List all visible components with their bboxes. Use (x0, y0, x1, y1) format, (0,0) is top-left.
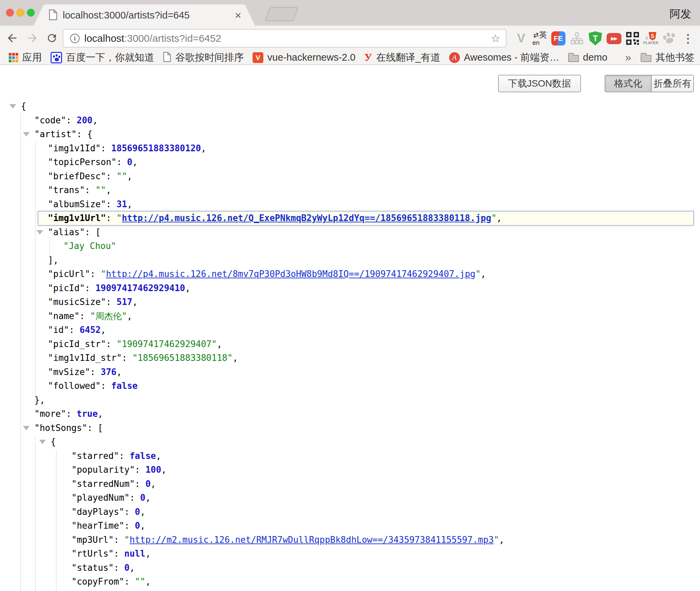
json-value: , (499, 535, 504, 545)
bookmark-star-icon[interactable]: ☆ (491, 32, 500, 45)
forward-icon[interactable] (26, 31, 39, 45)
json-value: "" (95, 185, 106, 195)
json-key: "briefDesc" (48, 171, 106, 181)
back-icon[interactable] (5, 31, 19, 45)
json-line: "musicSize": 517, (0, 295, 700, 309)
json-value: : (114, 535, 124, 545)
youdao-icon: У (364, 51, 372, 64)
json-value: : (106, 297, 116, 307)
collapse-arrow-icon[interactable] (23, 426, 30, 430)
collapse-all-button[interactable]: 折叠所有 (652, 75, 693, 92)
json-line: "more": true, (0, 407, 700, 421)
json-line: "name": "周杰伦", (0, 309, 700, 323)
json-value: : (69, 325, 80, 335)
browser-tab[interactable]: localhost:3000/artists?id=645 × (34, 4, 255, 26)
json-value: " (117, 213, 122, 223)
collapse-arrow-icon[interactable] (39, 440, 46, 444)
vue-icon: V (253, 52, 263, 63)
json-value: , (497, 213, 502, 223)
profile-name[interactable]: 阿发 (670, 7, 691, 22)
json-value: , (92, 115, 98, 125)
menu-icon[interactable]: ⋮ (679, 29, 697, 48)
collapse-arrow-icon[interactable] (9, 104, 16, 108)
json-line: "playedNum": 0, (0, 491, 700, 505)
translate-icon[interactable]: ⇄ 英 en (530, 29, 549, 48)
bookmark-google-sort[interactable]: 谷歌按时间排序 (163, 51, 244, 64)
bookmark-baidu[interactable]: 百度一下，你就知道 (51, 51, 154, 64)
url-text[interactable]: localhost:3000/artists?id=6452 (84, 33, 221, 44)
json-value: , (101, 325, 106, 335)
fe-extension-icon[interactable]: FE (549, 29, 567, 48)
json-value: }, (34, 395, 45, 405)
reload-icon[interactable] (45, 31, 59, 45)
json-line: "picUrl": "http://p4.music.126.net/8mv7q… (0, 267, 700, 281)
json-link[interactable]: http://p4.music.126.net/8mv7qP30Pd3oHW8b… (106, 269, 475, 279)
close-window-button[interactable] (6, 9, 14, 17)
site-info-icon[interactable]: i (70, 34, 80, 43)
json-line: "status": 0, (0, 561, 700, 575)
json-line: "starred": false, (0, 449, 700, 463)
bookmark-awesomes[interactable]: A Awesomes - 前端资… (449, 51, 559, 64)
json-value: , (117, 367, 122, 377)
bookmarks-bar: 应用 百度一下，你就知道 谷歌按时间排序 V vue-hackernews-2.… (0, 51, 700, 65)
page-icon (49, 9, 58, 22)
json-key: "dayPlays" (71, 507, 124, 517)
json-value: : (135, 465, 145, 475)
json-key: "rtUrls" (71, 549, 114, 559)
bookmark-youdao[interactable]: У 在线翻译_有道 (364, 51, 440, 64)
bookmark-demo-folder[interactable]: demo (568, 52, 608, 63)
json-line: "copyFrom": "", (0, 575, 700, 589)
fast-forward-icon[interactable]: ▶▶ (605, 29, 623, 48)
json-value: "" (135, 577, 145, 587)
json-line: "popularity": 100, (0, 463, 700, 477)
minimize-window-button[interactable] (17, 9, 24, 17)
qr-code-icon[interactable] (623, 29, 642, 48)
address-bar[interactable]: i localhost:3000/artists?id=6452 ☆ (63, 29, 506, 48)
bookmark-vue-hackernews[interactable]: V vue-hackernews-2.0 (253, 52, 355, 63)
json-line: "followed": false (0, 379, 700, 393)
paw-icon[interactable] (660, 29, 679, 48)
json-key: "musicSize" (48, 297, 106, 307)
json-value: : (129, 493, 140, 503)
collapse-arrow-icon[interactable] (36, 230, 43, 235)
json-value: : (66, 115, 77, 125)
json-value: , (161, 465, 167, 475)
bookmarks-overflow-icon[interactable]: » (625, 51, 631, 64)
json-key: "playedNum" (71, 493, 129, 503)
json-line: "artist": { (0, 127, 700, 142)
json-value: " (491, 213, 497, 223)
shield-extension-icon[interactable]: T (586, 29, 605, 48)
maximize-window-button[interactable] (27, 9, 35, 17)
bookmark-apps[interactable]: 应用 (9, 51, 42, 64)
vue-devtools-icon[interactable]: V (512, 29, 530, 48)
json-value: , (201, 143, 206, 153)
json-value: : (90, 367, 100, 377)
json-line: { (0, 99, 700, 114)
json-value: { (51, 437, 56, 447)
json-line: "albumSize": 31, (0, 197, 700, 212)
apps-grid-icon (9, 53, 18, 62)
json-link[interactable]: http://m2.music.126.net/RMJR7wDullRqppBk… (129, 535, 494, 545)
json-value: " (124, 535, 130, 545)
browser-window: localhost:3000/artists?id=645 × 阿发 i loc… (0, 0, 700, 591)
json-value: : (101, 143, 111, 153)
view-mode-group: 格式化 折叠所有 (605, 75, 694, 92)
json-key: "img1v1Id" (48, 143, 101, 153)
collapse-arrow-icon[interactable] (23, 132, 30, 136)
format-button[interactable]: 格式化 (605, 75, 652, 92)
json-viewer: 下载JSON数据 格式化 折叠所有 {"code": 200,"artist":… (0, 65, 700, 591)
json-value: , (127, 171, 133, 181)
json-link[interactable]: http://p4.music.126.net/Q_ExePNkmqB2yWyL… (122, 213, 491, 223)
download-json-button[interactable]: 下载JSON数据 (498, 75, 581, 92)
json-value: , (129, 563, 135, 573)
json-value: : (85, 283, 95, 293)
tab-close-icon[interactable]: × (235, 9, 241, 22)
json-value: : (117, 157, 127, 167)
json-key: "picId" (48, 283, 85, 293)
json-key: "artist" (34, 129, 77, 139)
sitemap-icon[interactable] (567, 29, 586, 48)
new-tab-button[interactable] (264, 7, 298, 21)
other-bookmarks-folder[interactable]: 其他书签 (641, 51, 695, 64)
html5-player-icon[interactable]: s5 PLAYER (642, 29, 660, 48)
json-key: "name" (48, 311, 80, 321)
